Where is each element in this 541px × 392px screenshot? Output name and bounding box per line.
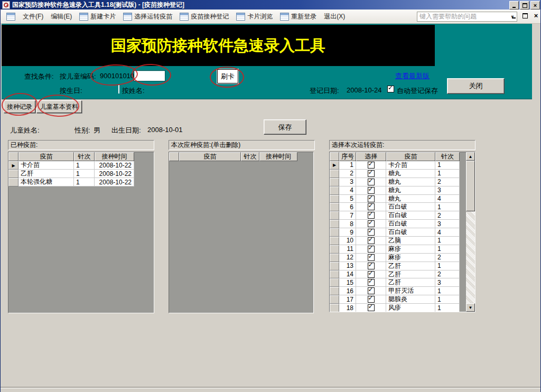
grid-cell[interactable]: 1 (435, 287, 460, 295)
table-row[interactable]: 18✓风疹1 (330, 304, 475, 312)
row-checkbox[interactable]: ✓ (368, 287, 375, 294)
row-checkbox[interactable]: ✓ (368, 179, 375, 185)
grid-cell[interactable]: 12 (339, 254, 356, 262)
grid-cell[interactable]: 14 (339, 270, 356, 279)
grid-cell[interactable]: 乙肝 (18, 170, 74, 178)
grid-cell[interactable]: 乙肝 (386, 278, 435, 287)
grid-cell[interactable]: 2 (339, 170, 356, 178)
menu-item-grid[interactable] (3, 11, 19, 22)
grid-cell[interactable]: 乙肝 (386, 270, 435, 279)
child-minimize-button[interactable] (510, 12, 517, 19)
row-selector[interactable] (330, 278, 339, 287)
grid-cell[interactable]: 百白破 (386, 220, 435, 228)
scroll-up-button[interactable]: ▲ (466, 152, 475, 161)
row-checkbox[interactable]: ✓ (368, 212, 375, 219)
row-selector[interactable] (330, 245, 339, 254)
grid-cell[interactable]: 3 (435, 186, 460, 195)
grid-cell[interactable]: 6 (339, 203, 356, 211)
grid-cell[interactable]: 风疹 (386, 304, 435, 312)
row-selector[interactable]: ▶ (8, 161, 18, 170)
grid-cell[interactable]: 8 (339, 220, 356, 228)
grid-cell[interactable]: 1 (74, 161, 95, 170)
grid-cell[interactable]: 2 (435, 211, 460, 220)
menu-item-select-transfer-vaccine[interactable]: 选择运转疫苗 (119, 11, 176, 23)
menu-item-file[interactable]: 文件(F) (19, 11, 47, 23)
grid-cell[interactable]: 麻疹 (386, 245, 435, 254)
child-code-input[interactable] (134, 70, 165, 81)
row-checkbox[interactable]: ✓ (368, 187, 375, 194)
grid-cell[interactable]: 1 (339, 161, 356, 170)
row-selector[interactable] (330, 262, 339, 270)
grid-cell[interactable]: 5 (339, 195, 356, 203)
grid-cell[interactable]: 糖丸 (386, 170, 435, 178)
grid-cell[interactable]: 1 (435, 237, 460, 245)
grid-cell[interactable]: 1 (435, 295, 460, 304)
latest-version-link[interactable]: 查看最新版 (395, 71, 430, 81)
vertical-scrollbar[interactable]: ▲ ▼ (466, 152, 475, 312)
grid-cell[interactable]: 1 (435, 161, 460, 170)
row-checkbox[interactable]: ✓ (368, 203, 375, 210)
grid-cell[interactable]: 18 (339, 304, 356, 312)
column-header[interactable]: 疫苗 (386, 152, 435, 161)
row-checkbox[interactable]: ✓ (368, 162, 375, 169)
grid-cell[interactable]: 3 (435, 278, 460, 287)
row-checkbox[interactable]: ✓ (368, 195, 375, 202)
table-row[interactable]: 4✓糖丸3 (330, 186, 475, 195)
grid-cell[interactable]: 13 (339, 262, 356, 270)
tab-child-basic-info[interactable]: 儿童基本资料 (36, 100, 82, 113)
grid-cell[interactable]: 7 (339, 211, 356, 220)
menu-item-card-browse[interactable]: 卡片浏览 (232, 11, 276, 23)
row-selector[interactable] (330, 178, 339, 186)
grid-cell[interactable]: 2008-10-22 (95, 161, 134, 170)
table-row[interactable]: 16✓甲肝灭活1 (330, 287, 475, 295)
row-selector[interactable] (330, 170, 339, 178)
row-selector[interactable] (8, 170, 18, 178)
column-header[interactable]: 针次 (241, 152, 259, 161)
row-checkbox[interactable]: ✓ (368, 271, 375, 278)
table-row[interactable]: 9✓百白破4 (330, 228, 475, 237)
grid-cell[interactable]: 15 (339, 278, 356, 287)
table-row[interactable]: 本轮强化糖12008-10-22 (8, 178, 154, 186)
grid-cell[interactable]: 卡介苗 (18, 161, 74, 170)
row-selector[interactable]: ▶ (330, 161, 339, 170)
grid-cell[interactable]: 糖丸 (386, 178, 435, 186)
row-selector[interactable] (330, 186, 339, 195)
grid-cell[interactable]: 9 (339, 228, 356, 237)
grid-cell[interactable]: 1 (74, 170, 95, 178)
menu-item-exit[interactable]: 退出(X) (320, 11, 349, 23)
table-row[interactable]: 7✓百白破2 (330, 211, 475, 220)
save-button[interactable]: 保存 (264, 119, 306, 135)
grid-cell[interactable]: 11 (339, 245, 356, 254)
menu-item-relogin[interactable]: 重新登录 (276, 11, 320, 23)
grid-cell[interactable]: 本轮强化糖 (18, 178, 74, 186)
grid-cell[interactable]: 1 (435, 304, 460, 312)
row-checkbox[interactable]: ✓ (368, 304, 375, 311)
grid-cell[interactable]: 糖丸 (386, 195, 435, 203)
table-row[interactable]: ▶卡介苗12008-10-22 (8, 161, 154, 170)
row-checkbox[interactable]: ✓ (368, 237, 375, 244)
minimize-button[interactable] (509, 1, 519, 10)
grid-cell[interactable]: 1 (435, 262, 460, 270)
row-selector[interactable] (330, 304, 339, 312)
scroll-down-button[interactable]: ▼ (466, 303, 475, 312)
row-checkbox[interactable]: ✓ (368, 254, 375, 261)
grid-cell[interactable]: 1 (74, 178, 95, 186)
menu-item-new-card[interactable]: 新建卡片 (76, 11, 119, 23)
table-row[interactable]: 乙肝12008-10-22 (8, 170, 154, 178)
grid-cell[interactable]: 糖丸 (386, 186, 435, 195)
grid-cell[interactable]: 2 (435, 270, 460, 279)
grid-cell[interactable]: 2008-10-22 (95, 170, 134, 178)
grid-cell[interactable]: 2 (435, 178, 460, 186)
grid-cell[interactable]: 4 (435, 228, 460, 237)
grid-cell[interactable]: 2 (435, 254, 460, 262)
row-selector[interactable] (330, 211, 339, 220)
grid-cell[interactable]: 10 (339, 237, 356, 245)
table-row[interactable]: ▶1✓卡介苗1 (330, 161, 475, 170)
grid-cell[interactable]: 百白破 (386, 211, 435, 220)
restore-button[interactable] (520, 1, 529, 10)
row-checkbox[interactable]: ✓ (368, 296, 375, 303)
column-header[interactable]: 接种时间 (95, 152, 134, 161)
table-row[interactable]: 17✓腮腺炎1 (330, 295, 475, 304)
grid-cell[interactable]: 1 (435, 170, 460, 178)
table-row[interactable]: 12✓麻疹2 (330, 254, 475, 262)
